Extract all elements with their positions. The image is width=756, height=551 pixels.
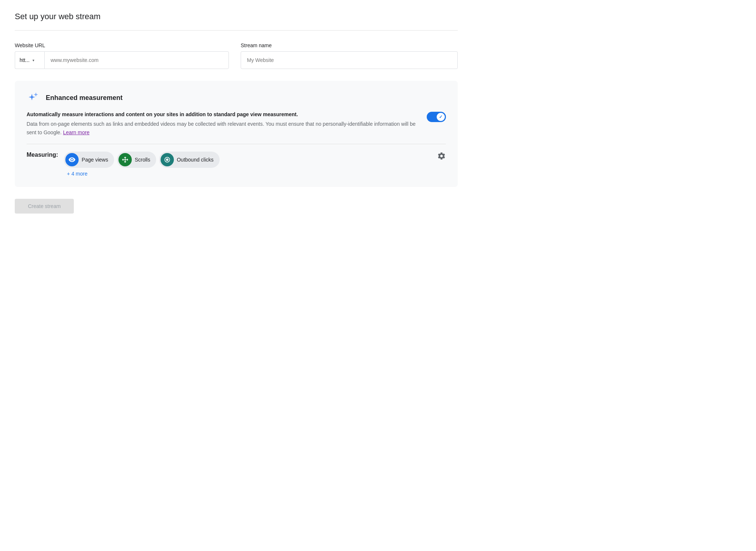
url-input-row: htt... ▾: [15, 51, 229, 69]
stream-name-field-group: Stream name: [241, 42, 458, 69]
scrolls-label: Scrolls: [135, 157, 150, 163]
page-title: Set up your web stream: [15, 12, 458, 21]
protocol-value: htt...: [20, 57, 30, 63]
url-label: Website URL: [15, 42, 229, 48]
card-title: Enhanced measurement: [46, 94, 123, 102]
check-icon: ✓: [439, 114, 443, 119]
learn-more-link[interactable]: Learn more: [63, 129, 90, 135]
more-measurements-link[interactable]: + 4 more: [67, 171, 431, 177]
settings-icon[interactable]: [437, 152, 446, 163]
toggle-container: Automatically measure interactions and c…: [27, 110, 446, 136]
form-section: Website URL htt... ▾ Stream name: [15, 42, 458, 69]
card-header: Enhanced measurement: [27, 91, 446, 104]
measuring-row: Measuring: Page views: [27, 152, 446, 177]
scrolls-icon: [118, 153, 132, 166]
outbound-clicks-icon: [161, 153, 174, 166]
chips-row: Page views Scrolls: [64, 152, 431, 168]
url-field-group: Website URL htt... ▾: [15, 42, 229, 69]
stream-name-label: Stream name: [241, 42, 458, 48]
toggle-thumb: ✓: [437, 113, 445, 121]
chevron-down-icon: ▾: [32, 58, 34, 62]
enhanced-measurement-toggle[interactable]: ✓: [427, 112, 446, 122]
measuring-label: Measuring:: [27, 152, 58, 158]
page-views-chip[interactable]: Page views: [64, 152, 114, 168]
url-input[interactable]: [44, 51, 229, 69]
stream-name-input[interactable]: [241, 51, 458, 69]
page-views-label: Page views: [82, 157, 108, 163]
scrolls-chip[interactable]: Scrolls: [117, 152, 156, 168]
create-stream-button[interactable]: Create stream: [15, 199, 74, 214]
toggle-track: ✓: [427, 112, 446, 122]
sparkles-icon: [27, 91, 40, 104]
description-block: Automatically measure interactions and c…: [27, 110, 421, 136]
outbound-clicks-chip[interactable]: Outbound clicks: [159, 152, 220, 168]
card-divider: [27, 144, 446, 144]
title-divider: [15, 30, 458, 31]
outbound-clicks-label: Outbound clicks: [177, 157, 214, 163]
card-description-secondary: Data from on-page elements such as links…: [27, 120, 421, 136]
svg-point-0: [166, 159, 169, 161]
page-views-icon: [65, 153, 79, 166]
card-description-bold: Automatically measure interactions and c…: [27, 110, 421, 118]
measuring-content: Page views Scrolls: [64, 152, 431, 177]
protocol-dropdown[interactable]: htt... ▾: [15, 51, 44, 69]
enhanced-measurement-card: Enhanced measurement Automatically measu…: [15, 81, 458, 187]
